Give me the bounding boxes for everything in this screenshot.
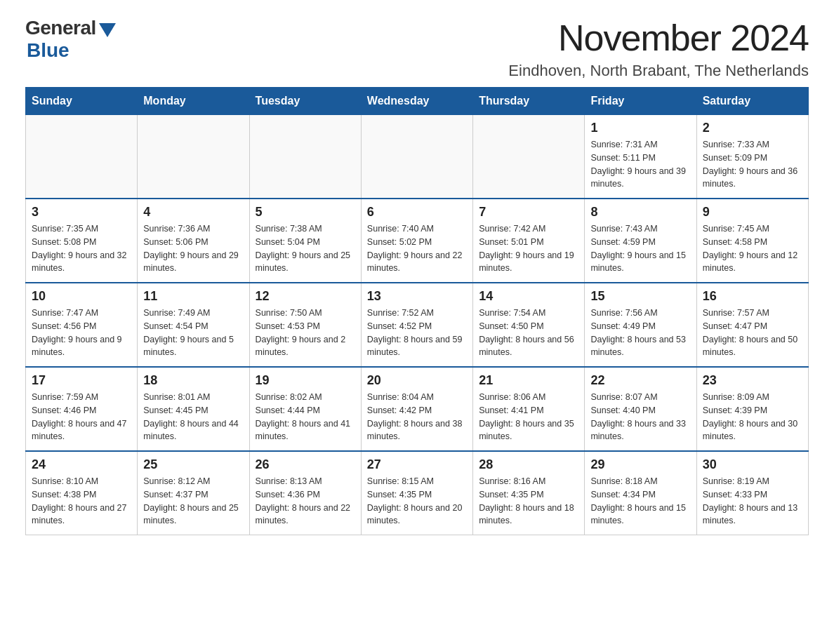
calendar-table: SundayMondayTuesdayWednesdayThursdayFrid… bbox=[25, 87, 809, 535]
day-number: 12 bbox=[256, 289, 355, 304]
day-number: 5 bbox=[256, 205, 355, 220]
header-friday: Friday bbox=[585, 88, 696, 115]
day-number: 24 bbox=[32, 457, 131, 472]
day-number: 17 bbox=[32, 373, 131, 388]
day-cell-24: 24Sunrise: 8:10 AM Sunset: 4:38 PM Dayli… bbox=[26, 451, 138, 535]
day-info: Sunrise: 7:54 AM Sunset: 4:50 PM Dayligh… bbox=[479, 307, 578, 359]
header-tuesday: Tuesday bbox=[249, 88, 361, 115]
day-cell-3: 3Sunrise: 7:35 AM Sunset: 5:08 PM Daylig… bbox=[26, 199, 138, 283]
day-number: 1 bbox=[590, 121, 690, 135]
day-cell-18: 18Sunrise: 8:01 AM Sunset: 4:45 PM Dayli… bbox=[138, 367, 249, 451]
day-info: Sunrise: 7:47 AM Sunset: 4:56 PM Dayligh… bbox=[32, 307, 131, 359]
day-number: 26 bbox=[256, 457, 355, 472]
header-thursday: Thursday bbox=[473, 88, 585, 115]
day-info: Sunrise: 7:56 AM Sunset: 4:49 PM Dayligh… bbox=[590, 307, 690, 359]
day-cell-1: 1Sunrise: 7:31 AM Sunset: 5:11 PM Daylig… bbox=[585, 115, 696, 199]
day-cell-23: 23Sunrise: 8:09 AM Sunset: 4:39 PM Dayli… bbox=[696, 367, 808, 451]
day-number: 6 bbox=[367, 205, 467, 220]
day-number: 4 bbox=[143, 205, 243, 220]
day-cell-11: 11Sunrise: 7:49 AM Sunset: 4:54 PM Dayli… bbox=[138, 283, 249, 367]
day-number: 14 bbox=[479, 289, 578, 304]
day-number: 22 bbox=[590, 373, 690, 388]
day-cell-14: 14Sunrise: 7:54 AM Sunset: 4:50 PM Dayli… bbox=[473, 283, 585, 367]
day-number: 30 bbox=[703, 457, 802, 472]
header-saturday: Saturday bbox=[696, 88, 808, 115]
day-info: Sunrise: 7:50 AM Sunset: 4:53 PM Dayligh… bbox=[256, 307, 355, 359]
day-number: 18 bbox=[143, 373, 243, 388]
week-row-1: 1Sunrise: 7:31 AM Sunset: 5:11 PM Daylig… bbox=[26, 115, 809, 199]
day-cell-21: 21Sunrise: 8:06 AM Sunset: 4:41 PM Dayli… bbox=[473, 367, 585, 451]
day-cell-15: 15Sunrise: 7:56 AM Sunset: 4:49 PM Dayli… bbox=[585, 283, 696, 367]
day-info: Sunrise: 8:09 AM Sunset: 4:39 PM Dayligh… bbox=[703, 391, 802, 443]
day-info: Sunrise: 8:02 AM Sunset: 4:44 PM Dayligh… bbox=[256, 391, 355, 443]
day-number: 19 bbox=[256, 373, 355, 388]
day-cell-4: 4Sunrise: 7:36 AM Sunset: 5:06 PM Daylig… bbox=[138, 199, 249, 283]
day-number: 16 bbox=[703, 289, 802, 304]
logo-general-text: General bbox=[25, 17, 96, 39]
day-number: 10 bbox=[32, 289, 131, 304]
day-number: 3 bbox=[32, 205, 131, 220]
day-number: 25 bbox=[143, 457, 243, 472]
day-cell-22: 22Sunrise: 8:07 AM Sunset: 4:40 PM Dayli… bbox=[585, 367, 696, 451]
day-number: 13 bbox=[367, 289, 467, 304]
week-row-2: 3Sunrise: 7:35 AM Sunset: 5:08 PM Daylig… bbox=[26, 199, 809, 283]
day-number: 29 bbox=[590, 457, 690, 472]
day-info: Sunrise: 8:15 AM Sunset: 4:35 PM Dayligh… bbox=[367, 475, 467, 528]
day-info: Sunrise: 8:18 AM Sunset: 4:34 PM Dayligh… bbox=[590, 475, 690, 528]
day-info: Sunrise: 7:36 AM Sunset: 5:06 PM Dayligh… bbox=[143, 222, 243, 275]
page-header: General Blue November 2024 Eindhoven, No… bbox=[0, 0, 834, 87]
day-cell-8: 8Sunrise: 7:43 AM Sunset: 4:59 PM Daylig… bbox=[585, 199, 696, 283]
day-cell-13: 13Sunrise: 7:52 AM Sunset: 4:52 PM Dayli… bbox=[361, 283, 472, 367]
main-title: November 2024 bbox=[508, 17, 809, 59]
day-cell-27: 27Sunrise: 8:15 AM Sunset: 4:35 PM Dayli… bbox=[361, 451, 472, 535]
day-info: Sunrise: 8:13 AM Sunset: 4:36 PM Dayligh… bbox=[256, 475, 355, 528]
day-info: Sunrise: 8:06 AM Sunset: 4:41 PM Dayligh… bbox=[479, 391, 578, 443]
day-info: Sunrise: 8:01 AM Sunset: 4:45 PM Dayligh… bbox=[143, 391, 243, 443]
day-info: Sunrise: 7:35 AM Sunset: 5:08 PM Dayligh… bbox=[32, 222, 131, 275]
day-number: 28 bbox=[479, 457, 578, 472]
day-cell-19: 19Sunrise: 8:02 AM Sunset: 4:44 PM Dayli… bbox=[249, 367, 361, 451]
header-wednesday: Wednesday bbox=[361, 88, 472, 115]
day-number: 20 bbox=[367, 373, 467, 388]
day-info: Sunrise: 7:45 AM Sunset: 4:58 PM Dayligh… bbox=[703, 222, 802, 275]
day-cell-30: 30Sunrise: 8:19 AM Sunset: 4:33 PM Dayli… bbox=[696, 451, 808, 535]
day-info: Sunrise: 7:43 AM Sunset: 4:59 PM Dayligh… bbox=[590, 222, 690, 275]
day-cell-10: 10Sunrise: 7:47 AM Sunset: 4:56 PM Dayli… bbox=[26, 283, 138, 367]
empty-cell-0-1 bbox=[138, 115, 249, 199]
logo-triangle-icon bbox=[99, 23, 116, 37]
day-info: Sunrise: 8:12 AM Sunset: 4:37 PM Dayligh… bbox=[143, 475, 243, 528]
header-row: SundayMondayTuesdayWednesdayThursdayFrid… bbox=[26, 88, 809, 115]
day-info: Sunrise: 7:49 AM Sunset: 4:54 PM Dayligh… bbox=[143, 307, 243, 359]
day-info: Sunrise: 8:10 AM Sunset: 4:38 PM Dayligh… bbox=[32, 475, 131, 528]
day-number: 8 bbox=[590, 205, 690, 220]
logo: General Blue bbox=[25, 17, 116, 62]
day-number: 21 bbox=[479, 373, 578, 388]
day-info: Sunrise: 7:38 AM Sunset: 5:04 PM Dayligh… bbox=[256, 222, 355, 275]
day-number: 11 bbox=[143, 289, 243, 304]
header-sunday: Sunday bbox=[26, 88, 138, 115]
day-cell-25: 25Sunrise: 8:12 AM Sunset: 4:37 PM Dayli… bbox=[138, 451, 249, 535]
week-row-3: 10Sunrise: 7:47 AM Sunset: 4:56 PM Dayli… bbox=[26, 283, 809, 367]
day-info: Sunrise: 8:19 AM Sunset: 4:33 PM Dayligh… bbox=[703, 475, 802, 528]
day-info: Sunrise: 7:40 AM Sunset: 5:02 PM Dayligh… bbox=[367, 222, 467, 275]
day-info: Sunrise: 7:59 AM Sunset: 4:46 PM Dayligh… bbox=[32, 391, 131, 443]
empty-cell-0-2 bbox=[249, 115, 361, 199]
day-cell-7: 7Sunrise: 7:42 AM Sunset: 5:01 PM Daylig… bbox=[473, 199, 585, 283]
week-row-4: 17Sunrise: 7:59 AM Sunset: 4:46 PM Dayli… bbox=[26, 367, 809, 451]
day-cell-9: 9Sunrise: 7:45 AM Sunset: 4:58 PM Daylig… bbox=[696, 199, 808, 283]
day-cell-12: 12Sunrise: 7:50 AM Sunset: 4:53 PM Dayli… bbox=[249, 283, 361, 367]
day-cell-6: 6Sunrise: 7:40 AM Sunset: 5:02 PM Daylig… bbox=[361, 199, 472, 283]
week-row-5: 24Sunrise: 8:10 AM Sunset: 4:38 PM Dayli… bbox=[26, 451, 809, 535]
day-info: Sunrise: 8:04 AM Sunset: 4:42 PM Dayligh… bbox=[367, 391, 467, 443]
day-info: Sunrise: 8:07 AM Sunset: 4:40 PM Dayligh… bbox=[590, 391, 690, 443]
empty-cell-0-0 bbox=[26, 115, 138, 199]
day-info: Sunrise: 7:42 AM Sunset: 5:01 PM Dayligh… bbox=[479, 222, 578, 275]
day-number: 23 bbox=[703, 373, 802, 388]
calendar-container: SundayMondayTuesdayWednesdayThursdayFrid… bbox=[0, 87, 834, 549]
day-cell-26: 26Sunrise: 8:13 AM Sunset: 4:36 PM Dayli… bbox=[249, 451, 361, 535]
day-info: Sunrise: 7:31 AM Sunset: 5:11 PM Dayligh… bbox=[590, 138, 690, 191]
subtitle: Eindhoven, North Brabant, The Netherland… bbox=[508, 62, 809, 80]
day-cell-28: 28Sunrise: 8:16 AM Sunset: 4:35 PM Dayli… bbox=[473, 451, 585, 535]
day-cell-20: 20Sunrise: 8:04 AM Sunset: 4:42 PM Dayli… bbox=[361, 367, 472, 451]
logo-blue-text: Blue bbox=[27, 39, 70, 62]
